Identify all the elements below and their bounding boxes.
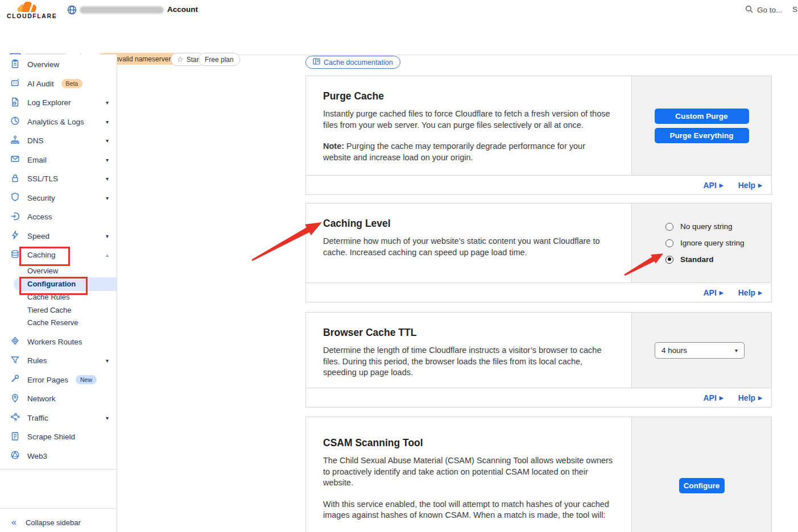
radio-circle[interactable] [665, 223, 673, 231]
collapse-sidebar-button[interactable]: « Collapse sidebar [0, 509, 117, 532]
sidebar-item-ai-audit[interactable]: AI Audit Beta [0, 74, 117, 94]
free-plan-badge: Free plan [199, 53, 240, 66]
help-link[interactable]: Help▶ [738, 393, 762, 402]
csam-paragraph-1: The Child Sexual Abuse Material (CSAM) S… [323, 455, 614, 489]
analytics-icon [10, 116, 20, 127]
log-explorer-icon [10, 97, 20, 109]
svg-text:CLOUDFLARE: CLOUDFLARE [7, 13, 57, 19]
sidebar-item-web3[interactable]: Web3 [0, 447, 117, 466]
sidebar-item-log-explorer[interactable]: Log Explorer ▾ [0, 93, 117, 113]
sidebar-item-overview[interactable]: Overview [0, 55, 117, 74]
main-content: Cache documentation Purge Cache Instantl… [305, 55, 772, 532]
support-menu-partial[interactable]: S [792, 5, 797, 14]
radio-circle[interactable] [665, 239, 673, 247]
double-chevron-left-icon: « [11, 517, 16, 527]
cache-stack-icon [10, 250, 20, 261]
cloudflare-logo[interactable]: CLOUDFLARE [7, 2, 59, 22]
purge-cache-card: Purge Cache Instantly purge cached files… [305, 76, 772, 195]
browser-cache-ttl-title: Browser Cache TTL [323, 327, 614, 339]
arrow-right-icon: ▶ [720, 290, 723, 296]
sidebar-item-scrape-shield[interactable]: Scrape Shield [0, 427, 117, 447]
beta-badge: Beta [61, 79, 83, 88]
sidebar-item-security[interactable]: Security ▾ [0, 189, 117, 208]
purge-cache-title: Purge Cache [323, 90, 614, 102]
cloudflare-dashboard: CLOUDFLARE Account Go to... S [0, 0, 798, 532]
redacted-account-name [80, 6, 164, 14]
caching-level-card: Caching Level Determine how much of your… [305, 203, 772, 302]
csam-paragraph-2: With this service enabled, the tool will… [323, 499, 614, 521]
sidebar-item-speed[interactable]: Speed ▾ [0, 227, 117, 246]
arrow-right-icon: ▶ [758, 395, 762, 401]
access-icon [10, 211, 20, 223]
radio-standard[interactable]: Standard [665, 255, 714, 264]
lightning-icon [10, 230, 20, 242]
lock-icon [10, 173, 20, 185]
book-icon [313, 58, 320, 66]
help-link[interactable]: Help▶ [738, 181, 762, 190]
arrow-right-icon: ▶ [758, 290, 762, 296]
star-icon: ☆ [177, 55, 184, 64]
cache-documentation-button[interactable]: Cache documentation [305, 56, 400, 69]
browser-cache-ttl-description: Determine the length of time Cloudflare … [323, 345, 614, 379]
ai-audit-icon [10, 78, 20, 89]
purge-cache-description: Instantly purge cached files to force Cl… [323, 109, 614, 131]
sidebar-item-analytics-logs[interactable]: Analytics & Logs ▾ [0, 113, 117, 132]
map-pin-icon [10, 393, 20, 405]
custom-purge-button[interactable]: Custom Purge [655, 109, 749, 124]
csam-card: CSAM Scanning Tool The Child Sexual Abus… [305, 417, 772, 532]
sidebar-item-rules[interactable]: Rules ▾ [0, 351, 117, 371]
new-badge: New [76, 375, 97, 384]
account-label: Account [167, 5, 198, 14]
browser-cache-ttl-card: Browser Cache TTL Determine the length o… [305, 312, 772, 408]
top-bar: CLOUDFLARE Account Go to... S [0, 0, 798, 22]
sidebar-item-caching[interactable]: Caching ▴ [0, 246, 117, 265]
search-icon [745, 5, 753, 15]
sidebar-item-dns[interactable]: DNS ▾ [0, 131, 117, 151]
sidebar-item-email[interactable]: Email ▾ [0, 151, 117, 170]
chevron-down-icon: ▾ [106, 195, 109, 201]
sidebar-subitem-cache-rules[interactable]: Cache Rules [0, 291, 117, 304]
sidebar-item-traffic[interactable]: Traffic ▾ [0, 409, 117, 428]
funnel-icon [10, 355, 20, 367]
sidebar-item-ssl-tls[interactable]: SSL/TLS ▾ [0, 169, 117, 189]
caching-level-description: Determine how much of your website’s sta… [323, 236, 614, 258]
chevron-down-icon: ▾ [106, 415, 109, 421]
goto-label: Go to... [757, 6, 782, 14]
arrow-right-icon: ▶ [758, 182, 762, 188]
sidebar-subitem-configuration[interactable]: Configuration [14, 277, 117, 291]
chevron-down-icon: ▾ [106, 138, 109, 144]
help-link[interactable]: Help▶ [738, 288, 762, 297]
chevron-down-icon: ▾ [106, 176, 109, 182]
sidebar-nav: Overview AI Audit Beta Log Explorer ▾ An… [0, 55, 117, 532]
chevron-down-icon: ▾ [735, 347, 738, 354]
configure-button[interactable]: Configure [679, 478, 725, 493]
traffic-nodes-icon [10, 412, 20, 423]
chevron-down-icon: ▾ [106, 358, 109, 364]
sidebar-item-error-pages[interactable]: Error Pages New [0, 371, 117, 390]
api-link[interactable]: API▶ [703, 393, 723, 402]
arrow-right-icon: ▶ [720, 182, 723, 188]
clipboard-icon [10, 59, 20, 70]
purge-cache-note: Note: Purging the cache may temporarily … [323, 141, 614, 163]
sidebar-item-access[interactable]: Access [0, 207, 117, 227]
sidebar-item-workers-routes[interactable]: Workers Routes [0, 332, 117, 352]
arrow-right-icon: ▶ [720, 395, 723, 401]
web3-icon [10, 450, 20, 462]
api-link[interactable]: API▶ [703, 181, 723, 190]
chevron-down-icon: ▾ [106, 119, 109, 125]
sidebar-item-network[interactable]: Network [0, 389, 117, 409]
document-icon [10, 431, 20, 443]
chevron-up-icon: ▴ [106, 252, 109, 258]
sidebar-subitem-cache-reserve[interactable]: Cache Reserve [0, 316, 117, 329]
dns-icon [10, 135, 20, 147]
radio-no-query-string[interactable]: No query string [665, 222, 733, 231]
sidebar-subitem-tiered-cache[interactable]: Tiered Cache [0, 304, 117, 316]
ttl-dropdown[interactable]: 4 hours ▾ [655, 342, 745, 359]
api-link[interactable]: API▶ [703, 288, 723, 297]
wrench-icon [10, 374, 20, 385]
radio-circle-selected[interactable] [665, 256, 673, 264]
radio-ignore-query-string[interactable]: Ignore query string [665, 239, 745, 247]
goto-search[interactable]: Go to... [745, 5, 782, 15]
sidebar-subitem-caching-overview[interactable]: Overview [0, 265, 117, 277]
purge-everything-button[interactable]: Purge Everything [655, 128, 749, 143]
